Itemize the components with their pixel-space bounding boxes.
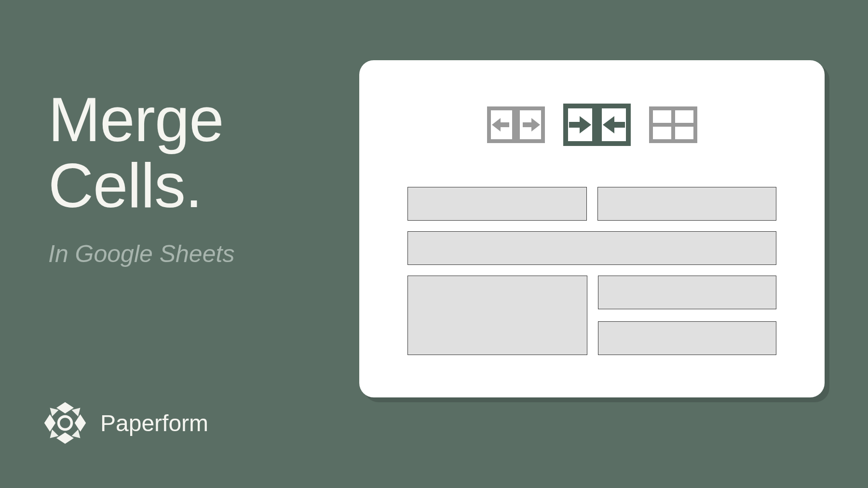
svg-rect-14	[523, 122, 532, 127]
cell	[598, 321, 777, 355]
unmerge-horizontal-icon	[487, 106, 545, 143]
cells-illustration	[407, 187, 776, 355]
cell	[597, 187, 777, 221]
cell-row	[407, 276, 776, 355]
brand-block: Paperform	[43, 401, 208, 445]
paperform-logo-icon	[43, 401, 87, 445]
grid-icon	[649, 106, 697, 143]
merged-cell	[407, 231, 776, 265]
merged-tall-cell	[407, 276, 587, 355]
svg-rect-17	[569, 122, 581, 128]
svg-marker-13	[531, 118, 540, 132]
cell-stack	[598, 276, 777, 355]
title-line-1: Merge	[48, 84, 223, 155]
svg-marker-1	[56, 433, 74, 444]
svg-marker-5	[72, 408, 81, 417]
svg-rect-12	[500, 122, 509, 127]
svg-marker-11	[492, 118, 501, 132]
cell	[598, 276, 777, 309]
merge-toolbar	[407, 104, 776, 146]
svg-marker-7	[72, 430, 81, 438]
svg-marker-0	[56, 402, 74, 413]
page-subtitle: In Google Sheets	[48, 240, 234, 268]
svg-marker-18	[580, 116, 591, 133]
svg-marker-3	[75, 414, 86, 432]
left-text-block: Merge Cells. In Google Sheets	[48, 87, 234, 268]
svg-marker-4	[50, 408, 59, 417]
svg-marker-2	[44, 414, 55, 432]
illustration-card	[359, 60, 825, 397]
svg-marker-6	[50, 430, 59, 438]
svg-marker-20	[603, 116, 614, 133]
cell-row	[407, 231, 776, 265]
cell-row	[407, 187, 776, 221]
svg-point-8	[59, 417, 72, 430]
cell	[407, 187, 587, 221]
page-title: Merge Cells.	[48, 87, 234, 218]
title-line-2: Cells.	[48, 150, 202, 221]
merge-horizontal-icon	[563, 104, 631, 146]
brand-name: Paperform	[100, 410, 208, 436]
svg-rect-19	[613, 122, 625, 128]
